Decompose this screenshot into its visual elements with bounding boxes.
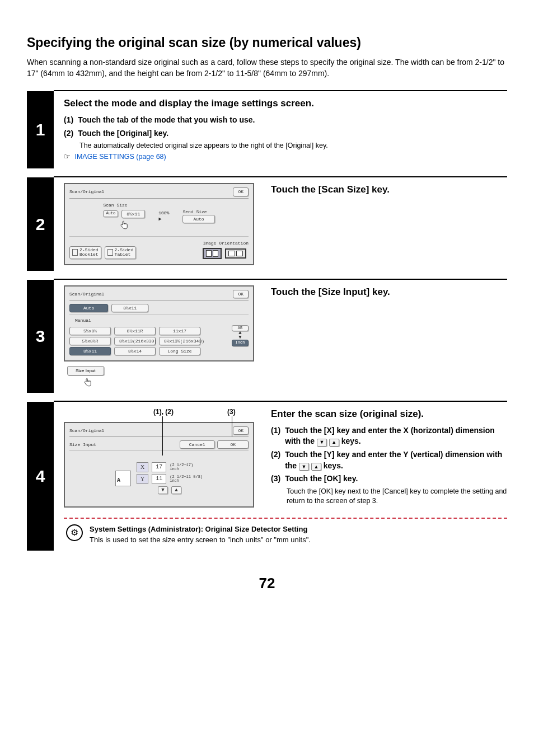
step1-sub2-text: Touch the [Original] key. [78, 128, 168, 139]
step1-sub1-idx: (1) [64, 115, 73, 126]
up-arrow-icon: ▲ [311, 463, 321, 471]
scan-size-label: Scan Size [103, 202, 145, 208]
size-opt[interactable]: 8½x13(216x330) [114, 337, 156, 345]
step4-sub3-desc: Touch the [OK] key next to the [Cancel] … [287, 487, 507, 506]
annotation-1-2: (1), (2) [153, 407, 174, 417]
admin-title: System Settings (Administrator): Origina… [90, 524, 311, 534]
admin-desc: This is used to set the size entry scree… [90, 535, 311, 545]
x-range: (2 1/2~17) inch [170, 463, 193, 471]
dashed-separator [64, 518, 507, 519]
y-key[interactable]: Y [137, 474, 148, 484]
duplex-tablet-btn[interactable]: 2-Sided Tablet [105, 246, 137, 260]
down-arrow-icon: ▼ [299, 463, 309, 471]
size-opt[interactable]: 5½x8½R [69, 337, 111, 345]
step4-sub3-idx: (3) [271, 473, 280, 485]
panel2-ok[interactable]: OK [233, 187, 249, 196]
step-number-2: 2 [27, 177, 54, 271]
inch-unit-btn[interactable]: Inch [232, 340, 249, 346]
step4-sub1-idx: (1) [271, 425, 280, 447]
step1-desc: The automatically detected original size… [79, 141, 507, 151]
panel4-ok-inner[interactable]: OK [217, 440, 249, 449]
step2-title: Touch the [Scan Size] key. [271, 183, 507, 196]
size-input-label: Size Input [69, 442, 96, 448]
down-arrow-icon: ▼ [317, 439, 327, 447]
image-settings-link[interactable]: IMAGE SETTINGS (page 68) [74, 153, 166, 161]
step1-sub1-text: Touch the tab of the mode that you wish … [78, 115, 255, 126]
size-opt[interactable]: Long Size [159, 347, 200, 355]
duplex-booklet-btn[interactable]: 2-Sided Booklet [69, 246, 101, 260]
step1-sub2-idx: (2) [64, 128, 73, 139]
step4-sub2-text: Touch the [Y] key and enter the Y (verti… [285, 449, 507, 471]
x-value: 17 [152, 462, 166, 472]
page-title: Specifying the original scan size (by nu… [27, 34, 507, 51]
send-size-label: Send Size [182, 209, 214, 215]
tab-auto[interactable]: Auto [69, 304, 108, 312]
xy-schematic-icon: A [115, 471, 131, 486]
step4-panel: Scan/Original OK Size Input Cancel OK [64, 422, 254, 508]
size-opt[interactable]: 5½x8½ [69, 327, 111, 335]
auto-label: Auto [103, 210, 118, 217]
orientation-portrait-btn[interactable] [203, 248, 222, 259]
step4-sub2-idx: (2) [271, 449, 280, 471]
cancel-btn[interactable]: Cancel [180, 440, 215, 449]
size-opt[interactable]: 8½x14 [114, 347, 156, 355]
step-number-1: 1 [27, 91, 54, 168]
y-range: (2 1/2~11 5/8) inch [170, 475, 203, 483]
step-number-4: 4 [27, 402, 54, 551]
step3-title: Touch the [Size Input] key. [271, 285, 507, 299]
tab-size[interactable]: 8½x11 [111, 304, 148, 312]
page-number: 72 [27, 573, 507, 593]
size-opt-selected[interactable]: 8½x11 [69, 347, 111, 355]
step4-sub3-text: Touch the [OK] key. [285, 473, 358, 485]
up-arrow-btn[interactable]: ▲ [171, 486, 181, 494]
step2-panel: Scan/Original OK Scan Size Auto 8½x11 [64, 183, 254, 265]
panel2-title: Scan/Original [69, 189, 104, 195]
intro-paragraph: When scanning a non-standard size origin… [27, 57, 507, 79]
size-input-btn[interactable]: Size Input [67, 366, 104, 375]
scan-size-btn[interactable]: 8½x11 [121, 210, 145, 218]
step1-title: Select the mode and display the image se… [64, 97, 507, 110]
x-key[interactable]: X [137, 462, 148, 472]
up-arrow-icon: ▲ [329, 439, 339, 447]
down-arrow-btn[interactable]: ▼ [158, 486, 168, 494]
gear-icon: ⚙ [66, 524, 83, 541]
panel3-ok[interactable]: OK [233, 290, 249, 298]
orientation-landscape-btn[interactable] [225, 248, 246, 259]
step4-sub1-text: Touch the [X] key and enter the X (horiz… [285, 425, 507, 447]
size-opt[interactable]: 8½x11R [114, 327, 156, 335]
image-orientation-label: Image Orientation [203, 240, 249, 246]
panel3-title: Scan/Original [69, 291, 104, 297]
step-number-3: 3 [27, 280, 54, 393]
size-opt[interactable]: 11x17 [159, 327, 200, 335]
annotation-3: (3) [227, 407, 236, 417]
tap-cursor-icon [119, 220, 129, 230]
manual-label: Manual [75, 317, 249, 323]
ratio-label: 100% [158, 210, 169, 215]
y-value: 11 [152, 474, 166, 484]
step4-title: Enter the scan size (original size). [271, 407, 507, 421]
pointer-icon [64, 153, 73, 161]
size-opt[interactable]: 8½x13½(216x343) [159, 337, 200, 345]
tap-cursor-icon [83, 377, 93, 387]
send-size-btn[interactable]: Auto [182, 215, 214, 223]
panel4-title: Scan/Original [69, 428, 104, 434]
step3-panel: Scan/Original OK Auto 8½x11 Manual 5½x8½… [64, 285, 254, 361]
panel4-ok-outer[interactable]: OK [233, 426, 249, 435]
